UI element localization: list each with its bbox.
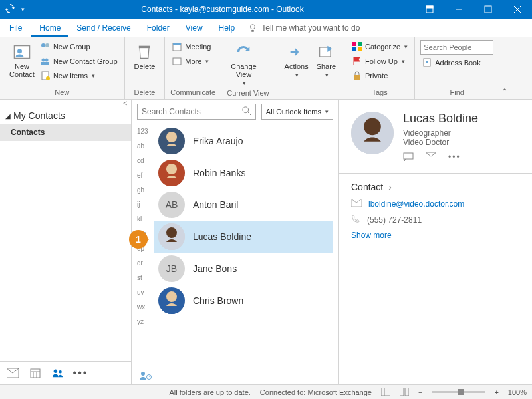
new-items-icon (40, 70, 51, 81)
maximize-button[interactable] (473, 0, 503, 19)
tab-file[interactable]: File (0, 19, 31, 37)
view-normal-icon[interactable] (381, 388, 390, 397)
status-bar: All folders are up to date. Connected to… (0, 384, 532, 399)
phone-row: (555) 727-2811 (351, 214, 521, 225)
share-button[interactable]: Share▾ (313, 40, 340, 81)
svg-rect-25 (352, 47, 356, 51)
svg-line-38 (248, 112, 251, 114)
tab-send-receive[interactable]: Send / Receive (68, 19, 138, 37)
contact-name: Jane Bons (193, 263, 237, 274)
contact-row[interactable]: ABAnton Baril (154, 189, 333, 221)
contact-name: Anton Baril (193, 200, 238, 210)
status-connection: Connected to: Microsoft Exchange (260, 388, 372, 396)
tab-home[interactable]: Home (31, 19, 68, 37)
phone-icon (351, 214, 360, 225)
svg-point-36 (59, 370, 62, 374)
svg-point-29 (426, 61, 428, 63)
tell-me-search[interactable]: Tell me what you want to do (248, 23, 360, 33)
minimize-button[interactable] (444, 0, 473, 19)
nav-switcher: ••• (0, 361, 131, 384)
nav-item-contacts[interactable]: Contacts (0, 124, 131, 141)
alpha-gh[interactable]: gh (137, 186, 154, 198)
calendar-icon (172, 41, 182, 52)
im-action-icon[interactable] (403, 152, 414, 164)
svg-rect-24 (358, 42, 362, 46)
contact-row[interactable]: Erika Araujo (154, 125, 333, 157)
alpha-uv[interactable]: uv (137, 289, 154, 301)
view-reading-icon[interactable] (400, 388, 409, 397)
zoom-out-button[interactable]: − (418, 388, 422, 396)
calendar-nav-icon[interactable] (29, 367, 41, 379)
alpha-qr[interactable]: qr (137, 259, 154, 271)
close-button[interactable] (503, 0, 532, 19)
more-action-icon[interactable]: ••• (448, 152, 461, 164)
show-more-link[interactable]: Show more (351, 231, 521, 240)
alpha-123[interactable]: 123 (137, 128, 154, 140)
alpha-ij[interactable]: ij (137, 201, 154, 213)
categorize-icon (352, 41, 362, 52)
alpha-yz[interactable]: yz (137, 318, 154, 330)
tab-view[interactable]: View (178, 19, 211, 37)
ribbon-display-options-icon[interactable] (415, 0, 444, 19)
zoom-slider[interactable] (432, 391, 485, 393)
new-group-button[interactable]: New Group (39, 40, 119, 53)
contact-avatar (351, 112, 394, 154)
callout-marker-1: 1 (129, 230, 148, 249)
email-action-icon[interactable] (426, 152, 436, 164)
follow-up-button[interactable]: Follow Up▾ (350, 55, 409, 68)
more-nav-icon[interactable]: ••• (74, 367, 86, 379)
contact-job-title: Videographer (403, 128, 478, 138)
private-button[interactable]: Private (350, 69, 409, 82)
alpha-ab[interactable]: ab (137, 142, 154, 154)
nav-header[interactable]: ◢My Contacts (0, 108, 131, 124)
nav-collapse-icon[interactable]: < (0, 100, 131, 108)
alpha-st[interactable]: st (137, 274, 154, 286)
tab-folder[interactable]: Folder (139, 19, 178, 37)
ribbon-group-communicate: Meeting More▾ Communicate (165, 37, 221, 99)
contact-row[interactable]: Chris Brown (154, 285, 333, 317)
svg-point-35 (54, 370, 57, 373)
svg-point-42 (166, 164, 177, 174)
sync-icon[interactable] (5, 4, 15, 15)
new-contact-button[interactable]: New Contact (5, 40, 39, 81)
svg-point-14 (45, 59, 48, 62)
svg-point-12 (45, 43, 49, 47)
svg-point-37 (243, 106, 249, 112)
contact-row[interactable]: Lucas Boldine (154, 221, 333, 253)
meeting-button[interactable]: Meeting (170, 40, 212, 53)
contact-section-header[interactable]: Contact› (351, 182, 521, 192)
zoom-in-button[interactable]: + (494, 388, 498, 396)
ribbon-group-currentview: Change View ▾ Current View (221, 37, 275, 99)
svg-rect-18 (139, 46, 150, 49)
alpha-ef[interactable]: ef (137, 172, 154, 184)
actions-button[interactable]: Actions▾ (281, 40, 313, 81)
contact-row[interactable]: Robin Banks (154, 157, 333, 189)
address-book-button[interactable]: Address Book (420, 56, 493, 69)
zoom-level: 100% (508, 388, 527, 396)
svg-rect-31 (31, 369, 40, 378)
alpha-cd[interactable]: cd (137, 157, 154, 169)
tab-help[interactable]: Help (211, 19, 243, 37)
change-view-button[interactable]: Change View ▾ (227, 40, 261, 89)
more-button[interactable]: More▾ (170, 55, 212, 68)
share-icon (317, 43, 335, 61)
mail-nav-icon[interactable] (7, 367, 19, 379)
email-link[interactable]: lboldine@video.doctor.com (368, 200, 464, 209)
filter-dropdown[interactable]: All Outlook Items▾ (261, 104, 333, 120)
delete-button[interactable]: Delete (130, 40, 160, 73)
new-items-button[interactable]: New Items▾ (39, 69, 119, 82)
collapse-ribbon-icon[interactable]: ⌃ (499, 37, 511, 99)
search-people-input[interactable] (420, 40, 493, 55)
new-contact-group-button[interactable]: New Contact Group (39, 55, 119, 68)
alpha-wx[interactable]: wx (137, 303, 154, 315)
avatar (158, 287, 185, 314)
people-nav-icon[interactable] (52, 367, 64, 379)
qat-dropdown-icon[interactable]: ▾ (21, 6, 25, 13)
alpha-kl[interactable]: kl (137, 215, 154, 227)
status-sync: All folders are up to date. (170, 388, 251, 396)
categorize-button[interactable]: Categorize▾ (350, 40, 409, 53)
search-contacts-input[interactable]: Search Contacts (137, 104, 256, 120)
people-view-icon[interactable] (138, 370, 152, 383)
reading-pane: Lucas Boldine Videographer Video Doctor … (339, 100, 532, 384)
contact-row[interactable]: JBJane Bons (154, 253, 333, 285)
